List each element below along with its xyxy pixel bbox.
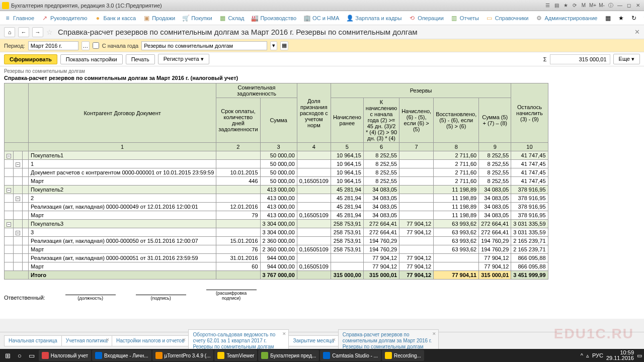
table-row[interactable]: −33 304 000,00258 753,91272 664,4177 904… <box>5 228 548 237</box>
tab[interactable]: Начальная страница <box>4 335 62 346</box>
folder-icon: ▭ <box>486 15 493 22</box>
sys-icon[interactable]: ⓘ <box>607 2 615 9</box>
sum-field[interactable] <box>550 54 610 64</box>
tray-up-icon[interactable]: ^ <box>581 352 583 358</box>
tree-toggle[interactable]: − <box>7 154 11 158</box>
tab-close-icon[interactable]: ✕ <box>182 337 186 343</box>
titlebar: Бухгалтерия предприятия, редакция 3.0 (1… <box>0 0 644 11</box>
taskbar-app[interactable]: Входящие - Личн... <box>92 350 151 361</box>
table-row[interactable]: Реализация (акт, накладная) 0000-000051 … <box>5 254 548 262</box>
menu-reports[interactable]: ▥Отчеты <box>451 15 479 22</box>
history-icon[interactable]: ↻ <box>630 15 637 22</box>
menu-admin[interactable]: ⚙Администрирование <box>536 15 598 22</box>
toolbar: Сформировать Показать настройки Печать Р… <box>0 52 644 66</box>
menu-bank[interactable]: ●Банк и касса <box>94 15 136 22</box>
taskbar-app[interactable]: µTorrentPro 3.4.9 (... <box>152 350 214 361</box>
table-row[interactable]: −Покупатель33 304 000,00258 753,91272 66… <box>5 220 548 228</box>
star-icon[interactable]: ★ <box>617 15 624 22</box>
table-row[interactable]: Март762 360 000,000,16505109258 753,9119… <box>5 245 548 254</box>
tab[interactable]: Закрытие месяца✕ <box>288 335 338 346</box>
tree-toggle[interactable]: − <box>7 188 11 193</box>
menu-operations[interactable]: ⟲Операции <box>409 15 443 22</box>
tray-lang[interactable]: РУС <box>592 352 603 358</box>
tray-net-icon[interactable]: ▵ <box>586 352 589 359</box>
settings-small-button[interactable]: ▦ <box>280 41 288 50</box>
more-button[interactable]: Еще ▾ <box>613 54 640 64</box>
system-tray: ^ ▵ РУС 10:59 29.11.2016 ▭ <box>581 350 642 361</box>
grid-icon[interactable]: ▦ <box>604 15 611 22</box>
table-row[interactable]: −Покупатель150 000,0010 964,158 252,552 … <box>5 151 548 160</box>
report-table: Контрагент Договор Документ Сомнительная… <box>4 83 548 280</box>
taskbar-app[interactable]: Recording... <box>382 350 424 361</box>
col-number: 1 <box>29 143 216 151</box>
forward-button[interactable]: → <box>32 27 43 37</box>
menu-purchases[interactable]: 🛒Покупки <box>182 15 212 22</box>
tree-column <box>5 83 29 143</box>
table-row[interactable]: −2413 000,0045 281,9434 083,0511 198,893… <box>5 194 548 203</box>
tab-close-icon[interactable]: ✕ <box>432 331 436 337</box>
register-button[interactable]: Регистр учета ▾ <box>158 54 209 64</box>
taskbar-app[interactable]: Camtasia Studio - ... <box>320 350 381 361</box>
navbar: ⌂ ← → ☆ Справка-расчет резервов по сомни… <box>0 25 644 39</box>
tab[interactable]: Учетная политика✕ <box>61 335 112 346</box>
period-input[interactable] <box>28 41 78 50</box>
sys-icon[interactable]: ☰ <box>543 2 551 9</box>
dropdown-toggle[interactable]: ▾ <box>270 41 277 50</box>
tree-toggle[interactable]: − <box>7 222 11 227</box>
show-settings-button[interactable]: Показать настройки <box>60 54 123 64</box>
filter-bar: Период: … С начала года Резервы по сомни… <box>0 39 644 52</box>
tray-notif-icon[interactable]: ▭ <box>637 352 642 359</box>
favorite-icon[interactable]: ☆ <box>46 28 53 36</box>
table-row[interactable]: −Покупатель2413 000,0045 281,9434 083,05… <box>5 186 548 194</box>
window-title: Бухгалтерия предприятия, редакция 3.0 (1… <box>11 3 543 9</box>
watermark: EDU1C.RU <box>554 326 634 342</box>
generate-button[interactable]: Сформировать <box>4 54 57 64</box>
taskbar-app[interactable]: Налоговый учет <box>39 350 91 361</box>
reserve-type-select[interactable]: Резервы по сомнительным долгам <box>141 41 267 50</box>
table-row[interactable]: Реализация (акт, накладная) 0000-000049 … <box>5 203 548 211</box>
search-taskbar-icon[interactable]: ○ <box>15 350 25 361</box>
sys-icon[interactable]: M <box>580 2 588 9</box>
home-button[interactable]: ⌂ <box>4 27 15 37</box>
menu-assets[interactable]: 🏢ОС и НМА <box>303 15 339 22</box>
sys-icon[interactable]: ▤ <box>552 2 560 9</box>
sys-icon[interactable]: ★ <box>561 2 570 9</box>
menu-salary[interactable]: 👤Зарплата и кадры <box>346 15 401 22</box>
tab[interactable]: Настройки налогов и отчетов✕ <box>112 335 189 346</box>
table-row[interactable]: Март44650 000,000,1650510910 964,158 252… <box>5 177 548 186</box>
menu-main[interactable]: ≡Главное <box>4 15 34 22</box>
close-page-button[interactable]: ✕ <box>634 28 640 36</box>
sys-icon[interactable]: M- <box>598 2 606 9</box>
tab-close-icon[interactable]: ✕ <box>106 337 110 343</box>
table-row[interactable]: Март79413 000,000,1650510945 281,9434 08… <box>5 211 548 220</box>
taskview-icon[interactable]: ▭ <box>26 350 38 361</box>
start-button[interactable]: ⊞ <box>2 350 14 361</box>
maximize-icon[interactable]: ◻ <box>625 2 633 9</box>
menu-refs[interactable]: ▭Справочники <box>486 15 529 22</box>
table-row[interactable]: Март60944 000,000,1650510977 904,1277 90… <box>5 262 548 271</box>
tab-close-icon[interactable]: ✕ <box>282 331 286 337</box>
report-icon: ▥ <box>451 15 458 22</box>
back-button[interactable]: ← <box>18 27 29 37</box>
sys-icon[interactable]: M+ <box>589 2 597 9</box>
menu-warehouse[interactable]: ▦Склад <box>219 15 245 22</box>
menu-production[interactable]: 🏭Производство <box>251 15 296 22</box>
table-row[interactable]: −150 000,0010 964,158 252,552 711,608 25… <box>5 160 548 168</box>
minimize-icon[interactable]: — <box>616 2 624 9</box>
print-button[interactable]: Печать <box>126 54 155 64</box>
tab-close-icon[interactable]: ✕ <box>332 337 336 343</box>
sys-icon[interactable]: ⟳ <box>571 2 579 9</box>
period-picker-button[interactable]: … <box>82 41 90 50</box>
menu-manager[interactable]: ↗Руководителю <box>41 15 87 22</box>
table-row[interactable]: Реализация (акт, накладная) 0000-000050 … <box>5 237 548 245</box>
col-number: 10 <box>511 143 548 151</box>
menu-sales[interactable]: ▣Продажи <box>143 15 175 22</box>
table-row[interactable]: Документ расчетов с контрагентом 0000-00… <box>5 168 548 177</box>
close-icon[interactable]: ✕ <box>634 2 642 9</box>
taskbar-app[interactable]: Бухгалтерия пред... <box>258 350 319 361</box>
taskbar: ⊞ ○ ▭ Налоговый учетВходящие - Личн...µT… <box>0 349 644 362</box>
sigma-icon: Σ <box>543 56 547 62</box>
taskbar-app[interactable]: TeamViewer <box>214 350 257 361</box>
from-start-checkbox[interactable] <box>93 42 99 49</box>
responsible-label: Ответственный: <box>4 295 45 301</box>
